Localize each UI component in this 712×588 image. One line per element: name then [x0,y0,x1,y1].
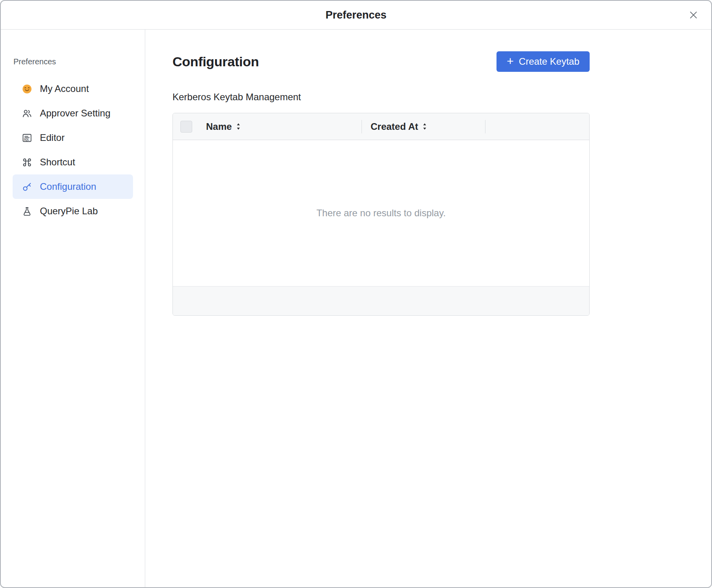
sidebar-item-label: Shortcut [40,157,75,168]
sidebar-item-label: My Account [40,83,89,94]
sidebar-item-querypie-lab[interactable]: QueryPie Lab [13,199,133,223]
command-icon [21,157,32,168]
sidebar-item-my-account[interactable]: My Account [13,77,133,101]
column-header-name[interactable]: Name [206,113,362,140]
sidebar-item-shortcut[interactable]: Shortcut [13,150,133,174]
table-header-checkbox-cell [173,113,206,140]
flask-icon [21,206,32,217]
sidebar-item-label: Approver Setting [40,108,111,119]
key-icon [21,181,32,192]
sort-icon [236,123,241,130]
svg-text:SQL: SQL [24,138,29,141]
people-icon [21,108,32,119]
column-label-created-at: Created At [371,121,418,132]
content-header: Configuration + Create Keytab [172,51,590,72]
column-label-name: Name [206,121,232,132]
section-title: Kerberos Keytab Management [172,92,590,103]
sidebar-item-label: QueryPie Lab [40,206,98,217]
table-body: There are no results to display. [173,140,589,286]
create-keytab-label: Create Keytab [519,56,579,67]
create-keytab-button[interactable]: + Create Keytab [497,51,590,72]
table-header-row: Name Created At [173,113,589,140]
keytab-table: Name Created At [172,113,590,316]
sidebar-item-editor[interactable]: SQL Editor [13,125,133,150]
empty-message: There are no results to display. [317,208,446,219]
dialog-body: Preferences My Account [1,30,711,587]
select-all-checkbox[interactable] [180,121,192,133]
dialog-header: Preferences [1,1,711,30]
main-content: Configuration + Create Keytab Kerberos K… [145,30,711,587]
sidebar-item-label: Editor [40,132,65,143]
column-header-created-at[interactable]: Created At [362,113,485,140]
sidebar: Preferences My Account [1,30,145,587]
preferences-dialog: Preferences Preferences [0,0,712,588]
sidebar-item-label: Configuration [40,181,96,192]
table-footer [173,286,589,315]
sidebar-section-label: Preferences [13,57,133,66]
sidebar-item-approver-setting[interactable]: Approver Setting [13,101,133,125]
column-header-actions [485,113,589,140]
smiley-face-icon [21,83,32,94]
sort-icon [422,123,427,130]
sql-editor-icon: SQL [21,132,32,143]
sidebar-menu: My Account Approver Setting [13,77,133,223]
page-title: Configuration [172,54,259,69]
dialog-title: Preferences [326,9,387,21]
close-icon [688,10,699,20]
close-button[interactable] [686,7,701,22]
sidebar-item-configuration[interactable]: Configuration [13,174,133,199]
